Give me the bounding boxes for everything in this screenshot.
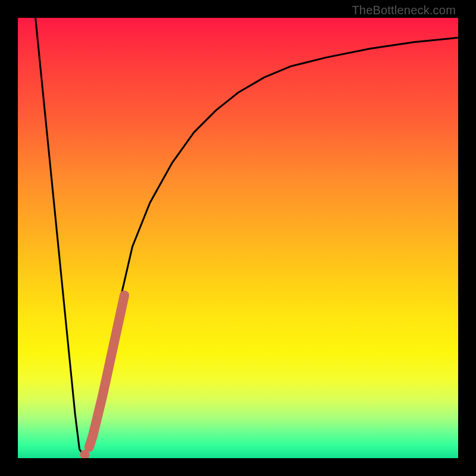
chart-frame: TheBottleneck.com: [0, 0, 476, 476]
plot-area: [18, 18, 458, 458]
highlight-segment: [89, 295, 124, 447]
chart-svg: [18, 18, 458, 458]
watermark-text: TheBottleneck.com: [352, 4, 456, 17]
bottleneck-curve: [36, 18, 458, 456]
